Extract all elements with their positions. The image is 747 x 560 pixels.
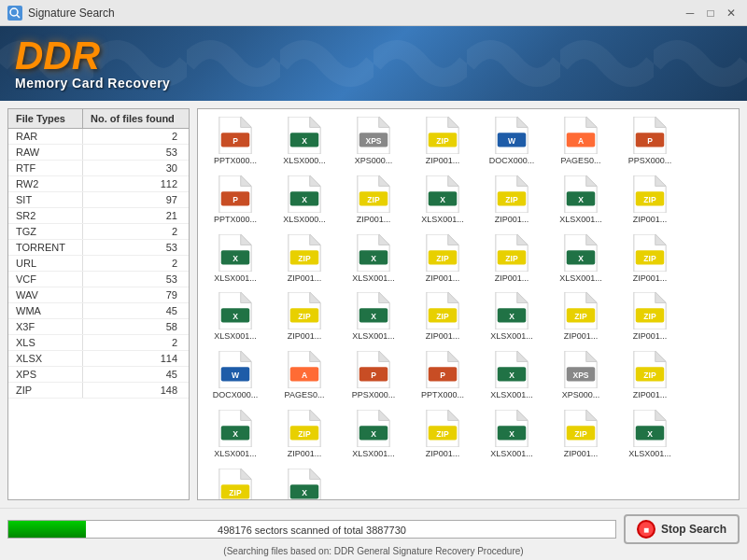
svg-marker-119 — [310, 351, 320, 361]
svg-text:X: X — [647, 429, 653, 439]
svg-marker-39 — [379, 175, 389, 186]
svg-marker-91 — [310, 292, 320, 302]
file-type-name: RTF — [8, 161, 83, 175]
maximize-button[interactable]: □ — [702, 5, 719, 21]
file-type-row[interactable]: SIT 97 — [8, 192, 189, 208]
file-item[interactable]: X XLSX001... — [478, 288, 545, 345]
file-item[interactable]: ZIP ZIP001... — [409, 231, 476, 287]
file-name: ZIP001... — [633, 331, 668, 342]
file-item[interactable]: ZIP ZIP001... — [271, 406, 338, 463]
file-item[interactable]: X XLSX001... — [202, 288, 269, 345]
svg-text:X: X — [440, 194, 445, 203]
file-item[interactable]: ZIP ZIP001... — [616, 172, 684, 229]
file-item[interactable]: X XLSX001... — [202, 406, 269, 463]
file-item[interactable]: X XLSX001... — [340, 231, 407, 287]
file-name: ZIP001... — [426, 156, 460, 166]
file-item[interactable]: W DOCX000... — [202, 347, 269, 404]
file-type-row[interactable]: RTF 30 — [8, 161, 189, 176]
file-type-row[interactable]: SR2 21 — [8, 208, 189, 224]
file-item[interactable]: XPS XPS000... — [547, 347, 614, 404]
file-type-name: X3F — [8, 319, 83, 334]
file-item[interactable]: ZIP ZIP001... — [547, 406, 614, 463]
file-name: PAGES0... — [561, 156, 601, 166]
svg-text:X: X — [302, 136, 307, 146]
file-item[interactable]: P PPTX000... — [202, 113, 269, 170]
stop-search-button[interactable]: ■ Stop Search — [624, 514, 740, 544]
file-name: DOCX000... — [489, 156, 535, 166]
file-type-row[interactable]: WAV 79 — [8, 287, 189, 303]
file-item[interactable]: P PPSX000... — [616, 113, 684, 170]
svg-text:X: X — [371, 312, 376, 321]
file-name: DOCX000... — [213, 390, 259, 400]
file-item[interactable]: ZIP ZIP001... — [202, 465, 269, 500]
file-item[interactable]: XPS XPS000... — [340, 113, 407, 170]
file-item[interactable]: X XLSX001... — [547, 172, 614, 229]
file-item[interactable]: P PPTX000... — [409, 347, 476, 404]
file-item[interactable]: X XLSX001... — [409, 172, 476, 229]
file-item[interactable]: X XLSX001... — [271, 465, 338, 500]
file-type-name: SR2 — [8, 208, 83, 223]
file-item[interactable]: P PPSX000... — [340, 347, 407, 404]
file-item[interactable]: ZIP ZIP001... — [409, 113, 476, 170]
file-type-row[interactable]: ZIP 148 — [8, 383, 189, 399]
file-type-row[interactable]: X3F 58 — [8, 319, 189, 335]
file-type-row[interactable]: URL 2 — [8, 256, 189, 272]
file-item[interactable]: X XLSX001... — [478, 347, 545, 404]
file-icon: ZIP — [286, 410, 323, 447]
svg-marker-35 — [310, 175, 320, 186]
file-name: PAGES0... — [285, 390, 325, 400]
file-item[interactable]: ZIP ZIP001... — [409, 288, 476, 345]
file-type-row[interactable]: VCF 53 — [8, 272, 189, 287]
file-type-row[interactable]: XLS 2 — [8, 335, 189, 351]
svg-text:X: X — [371, 429, 376, 439]
file-item[interactable]: X XLSX000... — [271, 172, 338, 229]
svg-text:X: X — [371, 253, 376, 262]
file-item[interactable]: W DOCX000... — [478, 113, 545, 170]
file-item[interactable]: ZIP ZIP001... — [478, 172, 545, 229]
file-item[interactable]: A PAGES0... — [547, 113, 614, 170]
svg-marker-19 — [517, 117, 528, 127]
file-item[interactable]: X XLSX001... — [547, 231, 614, 287]
file-type-row[interactable]: XLSX 114 — [8, 351, 189, 367]
file-type-row[interactable]: TORRENT 53 — [8, 240, 189, 256]
file-name: ZIP001... — [564, 331, 599, 342]
svg-text:ZIP: ZIP — [643, 371, 656, 380]
file-item[interactable]: ZIP ZIP001... — [271, 231, 338, 287]
svg-text:A: A — [578, 136, 584, 146]
file-icon: W — [493, 117, 530, 154]
close-button[interactable]: ✕ — [723, 5, 740, 21]
svg-text:ZIP: ZIP — [298, 429, 311, 439]
file-item[interactable]: X XLSX001... — [340, 288, 407, 345]
svg-marker-99 — [448, 292, 458, 302]
file-item[interactable]: A PAGES0... — [271, 347, 338, 404]
file-type-row[interactable]: XPS 45 — [8, 367, 189, 383]
file-item[interactable]: X XLSX000... — [271, 113, 338, 170]
file-item[interactable]: X XLSX001... — [202, 231, 269, 287]
svg-line-1 — [17, 15, 20, 18]
file-item[interactable]: ZIP ZIP001... — [547, 288, 614, 345]
file-icon: ZIP — [631, 292, 669, 329]
file-type-row[interactable]: RW2 112 — [8, 176, 189, 192]
file-item[interactable]: ZIP ZIP001... — [271, 288, 338, 345]
file-name: PPTX000... — [214, 215, 257, 225]
window-title: Signature Search — [28, 7, 115, 20]
file-type-row[interactable]: TGZ 2 — [8, 224, 189, 240]
file-item[interactable]: X XLSX001... — [340, 406, 407, 463]
file-item[interactable]: X XLSX001... — [616, 406, 684, 463]
file-type-row[interactable]: RAR 2 — [8, 129, 189, 145]
file-type-list[interactable]: RAR 2 RAW 53 RTF 30 RW2 112 SIT 97 SR2 2… — [8, 129, 189, 499]
file-item[interactable]: ZIP ZIP001... — [616, 231, 684, 287]
file-item[interactable]: P PPTX000... — [202, 172, 269, 229]
file-item[interactable]: ZIP ZIP001... — [409, 406, 476, 463]
file-type-row[interactable]: RAW 53 — [8, 145, 189, 161]
svg-marker-11 — [379, 117, 389, 127]
file-item[interactable]: ZIP ZIP001... — [478, 231, 545, 287]
file-item[interactable]: ZIP ZIP001... — [616, 347, 684, 404]
right-panel[interactable]: P PPTX000... X XLSX000... XPS XPS000... — [197, 108, 740, 500]
file-name: ZIP001... — [426, 449, 460, 459]
file-item[interactable]: ZIP ZIP001... — [616, 288, 684, 345]
file-type-row[interactable]: WMA 45 — [8, 303, 189, 319]
minimize-button[interactable]: ─ — [682, 5, 698, 21]
file-item[interactable]: X XLSX001... — [478, 406, 545, 463]
file-item[interactable]: ZIP ZIP001... — [340, 172, 407, 229]
